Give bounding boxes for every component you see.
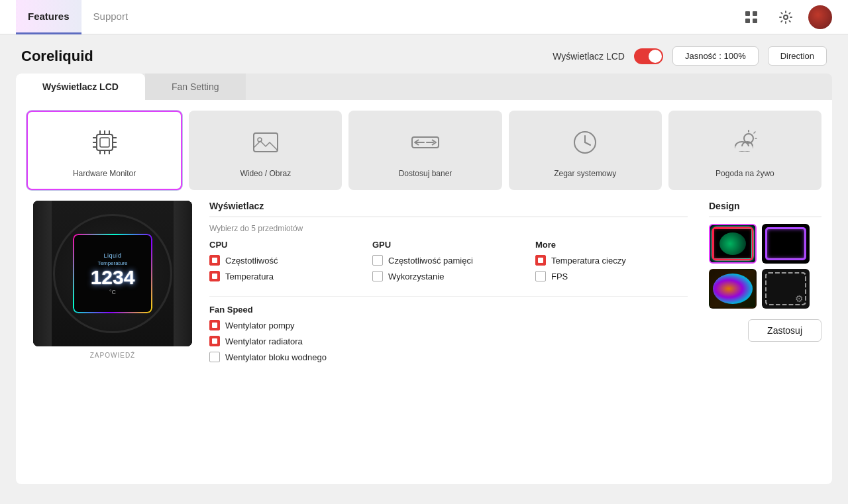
tab-content: Hardware Monitor Wideo / Obraz [16, 100, 832, 484]
hardware-monitor-label: Hardware Monitor [73, 169, 136, 178]
preview-panel: Liquid Temperature 1234 °C ZAPOWIEDŹ [26, 201, 199, 368]
more-temp-label: Temperatura cieczy [551, 256, 626, 266]
page-header: Coreliquid Wyświetlacz LCD Jasność : 100… [0, 34, 848, 74]
avatar[interactable] [808, 5, 832, 29]
fan-water-checkbox[interactable] [209, 352, 220, 362]
banner-icon [409, 126, 441, 162]
more-title: More [535, 240, 688, 250]
wideo-label: Wideo / Obraz [240, 169, 291, 178]
fan-rad-checkbox[interactable] [209, 336, 220, 346]
toggle-knob [649, 50, 662, 63]
fan-speed-section: Fan Speed Wentylator pompy Wentylator ra… [209, 296, 688, 362]
design-thumbnails: ⚙ [709, 224, 822, 309]
tab-support[interactable]: Support [81, 0, 140, 34]
gpu-title: GPU [372, 240, 525, 250]
preview-caption: ZAPOWIEDŹ [90, 352, 135, 359]
mode-card-wideo[interactable]: Wideo / Obraz [189, 111, 342, 190]
apply-btn-row: Zastosuj [709, 319, 822, 342]
cpu-freq-row: Częstotliwość [209, 255, 362, 266]
gpu-use-label: Wykorzystanie [388, 272, 444, 281]
more-fps-label: FPS [551, 272, 568, 281]
design-thumb-1[interactable] [709, 224, 757, 264]
grid-icon-button[interactable] [739, 5, 763, 29]
gpu-freq-label: Częstotliwość pamięci [388, 256, 473, 266]
screen-number: 1234 [91, 268, 135, 287]
lcd-label: Wyświetlacz LCD [553, 51, 625, 62]
gpu-freq-checkbox[interactable] [372, 255, 383, 266]
cpu-freq-checkbox[interactable] [209, 255, 220, 266]
apply-button[interactable]: Zastosuj [748, 319, 822, 342]
header-controls: Wyświetlacz LCD Jasność : 100% Direction [553, 46, 827, 66]
svg-rect-33 [735, 146, 753, 151]
mode-card-pogoda[interactable]: Pogoda na żywo [668, 111, 822, 190]
more-temp-checkbox[interactable] [535, 255, 546, 266]
preview-image: Liquid Temperature 1234 °C [33, 201, 192, 346]
cpu-temp-label: Temperatura [225, 272, 274, 281]
design-thumb-3[interactable] [709, 269, 757, 309]
design-thumb-2[interactable] [762, 224, 810, 264]
svg-rect-2 [745, 19, 750, 23]
screen-liquid-label: Liquid [103, 252, 121, 259]
pogoda-label: Pogoda na żywo [716, 169, 774, 178]
chip-icon [89, 126, 121, 162]
tab-strip: Wyświetlacz LCD Fan Setting [16, 74, 832, 100]
svg-rect-6 [100, 138, 109, 147]
nav-icons [739, 5, 832, 29]
tab-wyswietlacz[interactable]: Wyświetlacz LCD [16, 74, 145, 100]
screen-temp-label: Temperature [98, 260, 128, 266]
design-column: Design [709, 201, 822, 368]
image-icon [250, 126, 282, 162]
fan-pump-label: Wentylator pompy [225, 321, 295, 330]
design-title: Design [709, 201, 822, 217]
fan-speed-title: Fan Speed [209, 305, 688, 315]
select-hint: Wybierz do 5 przedmiotów [209, 224, 688, 233]
svg-rect-1 [753, 11, 757, 16]
mode-card-hardware[interactable]: Hardware Monitor [26, 111, 182, 190]
gpu-freq-row: Częstotliwość pamięci [372, 255, 525, 266]
bottom-section: Liquid Temperature 1234 °C ZAPOWIEDŹ Wyś… [26, 201, 822, 368]
more-fps-checkbox[interactable] [535, 271, 546, 281]
fan-rad-label: Wentylator radiatora [225, 336, 303, 346]
gpu-use-row: Wykorzystanie [372, 271, 525, 281]
tab-fan[interactable]: Fan Setting [145, 74, 246, 100]
top-nav: Features Support [0, 0, 848, 34]
gpu-group: GPU Częstotliwość pamięci Wykorzystanie [372, 240, 525, 287]
svg-rect-0 [745, 11, 750, 16]
more-group: More Temperatura cieczy FPS [535, 240, 688, 287]
gear-icon [778, 10, 793, 25]
page-title: Coreliquid [21, 48, 553, 65]
more-temp-row: Temperatura cieczy [535, 255, 688, 266]
svg-rect-3 [753, 19, 757, 23]
checkboxes-grid: CPU Częstotliwość Temperatura [209, 240, 688, 287]
mode-cards: Hardware Monitor Wideo / Obraz [26, 111, 822, 190]
settings-design-row: Wyświetlacz Wybierz do 5 przedmiotów CPU… [209, 201, 822, 368]
cpu-temp-row: Temperatura [209, 271, 362, 281]
settings-icon-button[interactable] [774, 5, 798, 29]
fan-rad-row: Wentylator radiatora [209, 336, 688, 346]
fan-water-row: Wentylator bloku wodnego [209, 352, 688, 362]
cpu-title: CPU [209, 240, 362, 250]
settings-panel: Wyświetlacz Wybierz do 5 przedmiotów CPU… [209, 201, 698, 368]
fan-water-label: Wentylator bloku wodnego [225, 352, 327, 362]
lcd-toggle[interactable] [634, 48, 663, 64]
svg-line-29 [754, 132, 755, 133]
more-fps-row: FPS [535, 271, 688, 281]
thumb3-blob [713, 274, 753, 304]
mode-card-baner[interactable]: Dostosuj baner [348, 111, 502, 190]
design-thumb-4[interactable]: ⚙ [762, 269, 810, 309]
main-content: Wyświetlacz LCD Fan Setting [0, 74, 848, 484]
svg-rect-19 [254, 133, 278, 152]
svg-line-26 [585, 142, 590, 145]
weather-icon [729, 126, 761, 162]
cpu-temp-checkbox[interactable] [209, 271, 220, 281]
gpu-use-checkbox[interactable] [372, 271, 383, 281]
thumb4-gear-icon: ⚙ [795, 293, 804, 304]
brightness-button[interactable]: Jasność : 100% [672, 46, 759, 66]
zegar-label: Zegar systemowy [554, 169, 616, 178]
clock-icon [569, 126, 601, 162]
fan-pump-checkbox[interactable] [209, 320, 220, 330]
fan-pump-row: Wentylator pompy [209, 320, 688, 330]
tab-features[interactable]: Features [16, 0, 81, 34]
direction-button[interactable]: Direction [768, 46, 827, 66]
mode-card-zegar[interactable]: Zegar systemowy [509, 111, 662, 190]
